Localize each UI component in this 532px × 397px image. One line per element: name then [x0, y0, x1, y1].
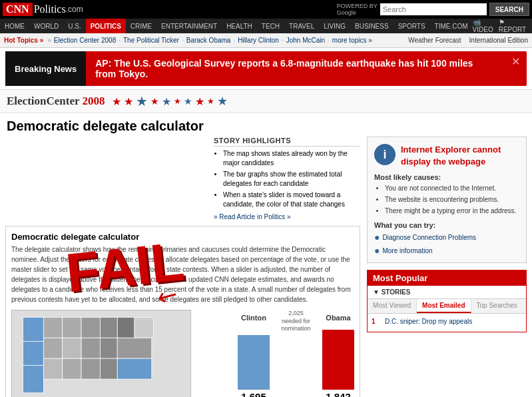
breaking-news-close[interactable]: ✕	[505, 51, 527, 86]
svg-rect-6	[100, 317, 117, 338]
obama-bar-col: Obama 1,842	[322, 314, 354, 397]
obama-bar-name: Obama	[326, 314, 350, 322]
nav-report[interactable]: ⚑ REPORT	[499, 19, 527, 33]
sep5: ·	[328, 37, 330, 44]
nav-world[interactable]: WORLD	[29, 19, 63, 33]
needed-col: 2,025needed fornomination	[278, 310, 314, 397]
election-header: ElectionCenter 2008 ★ ★ ★ ★ ★ ★ ★ ★ ★ ★	[0, 89, 532, 113]
ie-try-title: What you can try:	[374, 221, 519, 229]
hot-topic-obama[interactable]: Barack Obama	[186, 37, 231, 44]
obama-bar	[322, 330, 354, 390]
nav-tech[interactable]: TECH	[257, 19, 284, 33]
star-deco-1: ★	[112, 95, 121, 108]
search-button[interactable]: SEARCH	[489, 3, 529, 16]
nav-sports[interactable]: SPORTS	[394, 19, 430, 33]
svg-rect-4	[63, 317, 81, 338]
sep1: ·	[119, 37, 121, 44]
obama-bar-value: 1,842	[326, 391, 351, 397]
hot-topic-mccain[interactable]: John McCain	[286, 37, 325, 44]
nav-video[interactable]: 📹 VIDEO	[473, 19, 493, 33]
top-bar: CNN Politics .com POWERED BYGoogle SEARC…	[0, 0, 532, 19]
ie-diagnose-link[interactable]: ● Diagnose Connection Problems	[374, 232, 519, 242]
star-deco-6: ★	[207, 97, 214, 106]
read-article-link[interactable]: » Read Article in Politics »	[214, 213, 360, 220]
hot-topic-ticker[interactable]: The Political Ticker	[123, 37, 179, 44]
cnn-logo: CNN	[3, 3, 33, 16]
ie-bullet-1-icon: ●	[374, 232, 380, 242]
star-deco-2: ★	[124, 95, 133, 108]
ie-cause-3: There might be a typing error in the add…	[385, 206, 519, 216]
nav-living[interactable]: LIVING	[319, 19, 350, 33]
mp-text-1[interactable]: D.C. sniper: Drop my appeals	[385, 318, 472, 325]
star-deco-5: ★	[195, 95, 204, 108]
ie-more-info-link[interactable]: ● More information	[374, 245, 519, 256]
nav-bar: HOME WORLD U.S. POLITICS CRIME ENTERTAIN…	[0, 19, 532, 33]
ie-info-icon: i	[374, 144, 396, 165]
story-highlights: STORY HIGHLIGHTS The map shows states al…	[214, 137, 360, 220]
svg-rect-14	[43, 358, 62, 379]
nav-health[interactable]: HEALTH	[222, 19, 257, 33]
us-map	[11, 310, 191, 397]
search-input[interactable]	[380, 3, 487, 15]
tab-most-viewed[interactable]: Most Viewed	[368, 299, 417, 313]
story-highlights-title: STORY HIGHLIGHTS	[214, 137, 360, 147]
hot-topic-clinton[interactable]: Hillary Clinton	[238, 37, 279, 44]
nav-entertainment[interactable]: ENTERTAINMENT	[156, 19, 222, 33]
ie-error-box: i Internet Explorer cannot display the w…	[367, 137, 527, 263]
svg-rect-8	[134, 317, 153, 338]
ie-cause-1: You are not connected to the Internet.	[385, 184, 519, 193]
nav-travel[interactable]: TRAVEL	[284, 19, 319, 33]
page-title: Democratic delegate calculator	[0, 113, 532, 137]
hot-topic-more[interactable]: more topics »	[332, 37, 372, 44]
nav-business[interactable]: BUSINESS	[350, 19, 394, 33]
international-edition-link[interactable]: International Edition	[469, 37, 528, 44]
sep3: ·	[233, 37, 235, 44]
breaking-news-label: Breaking News	[5, 51, 86, 86]
svg-rect-18	[117, 358, 152, 379]
star-deco-3: ★	[150, 96, 159, 107]
clinton-bar	[238, 335, 270, 390]
highlight-1: The map shows states already won by the …	[223, 149, 360, 168]
highlight-3: When a state's slider is moved toward a …	[223, 191, 360, 209]
dotcom-label: .com	[66, 5, 83, 14]
hot-topic-election[interactable]: Election Center 2008	[54, 37, 116, 44]
svg-rect-0	[23, 317, 43, 341]
ie-error-title: Internet Explorer cannot display the web…	[401, 144, 519, 168]
nav-home[interactable]: HOME	[0, 19, 29, 33]
election-year: 2008	[83, 95, 105, 108]
mp-content: 1 D.C. sniper: Drop my appeals	[368, 314, 526, 332]
hot-topic-separator: »	[47, 37, 51, 44]
tab-most-emailed[interactable]: Most Emailed	[417, 299, 471, 313]
most-popular-section: Most Popular ▼ STORIES Most Viewed Most …	[367, 270, 527, 332]
nav-us[interactable]: U.S.	[63, 19, 85, 33]
most-popular-title: Most Popular	[368, 270, 526, 286]
breaking-news-text: AP: The U.S. Geological Survey reports a…	[86, 51, 505, 86]
star-deco-4: ★	[174, 97, 181, 106]
us-map-svg	[12, 310, 191, 397]
clinton-bar-col: Clinton 1,695	[238, 314, 270, 397]
svg-rect-10	[63, 338, 81, 358]
needed-label: 2,025needed fornomination	[281, 310, 310, 333]
ie-causes-title: Most likely causes:	[374, 173, 519, 181]
tab-top-searches[interactable]: Top Searches	[471, 299, 523, 313]
svg-rect-16	[81, 358, 100, 379]
mp-num-1: 1	[372, 318, 381, 325]
delegate-calc-title: Democratic delegate calculator	[11, 232, 354, 242]
nav-crime[interactable]: CRIME	[126, 19, 156, 33]
nav-politics[interactable]: POLITICS	[86, 19, 126, 33]
svg-rect-13	[117, 338, 152, 358]
svg-rect-15	[63, 358, 81, 379]
ie-bullet-2-icon: ●	[374, 245, 380, 256]
powered-by-label: POWERED BYGoogle	[337, 3, 378, 16]
nav-timecom[interactable]: TIME.COM	[430, 19, 473, 33]
ie-causes-list: You are not connected to the Internet. T…	[374, 184, 519, 216]
mp-tabs: Most Viewed Most Emailed Top Searches	[368, 299, 526, 314]
highlight-2: The bar graphs show the estimated total …	[223, 170, 360, 189]
svg-rect-17	[100, 358, 117, 379]
star-blue-1: ★	[136, 93, 148, 109]
weather-forecast-link[interactable]: Weather Forecast	[408, 37, 461, 44]
svg-rect-3	[43, 317, 62, 338]
svg-rect-9	[43, 338, 62, 358]
bar-chart: Clinton 1,695 2,025needed fornomination	[238, 310, 354, 397]
mp-item-1: 1 D.C. sniper: Drop my appeals	[372, 318, 522, 325]
